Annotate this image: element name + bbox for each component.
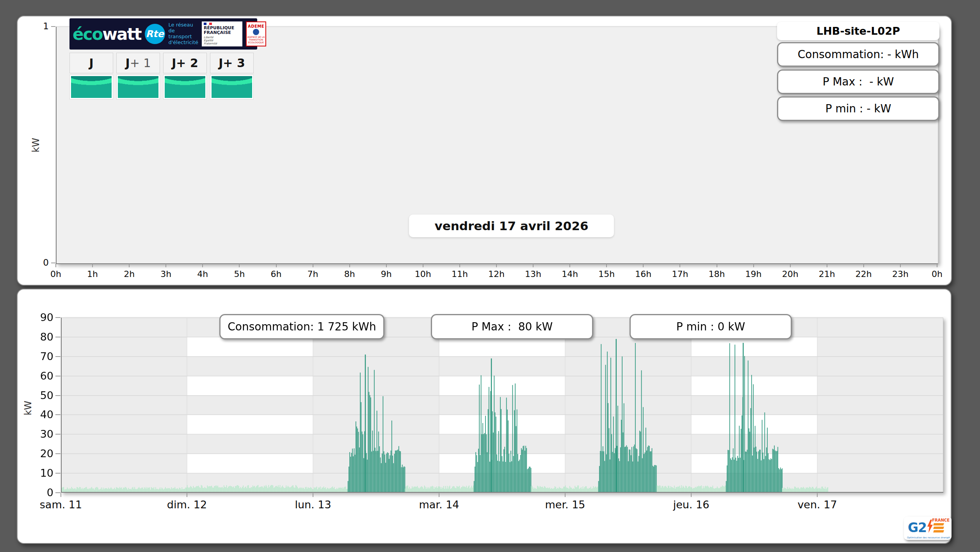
ecowatt-gauge-2 (163, 75, 207, 99)
bottom-x-tick-label: jeu. 16 (673, 499, 710, 511)
g2e-g2-label: G2 (908, 521, 927, 534)
top-x-tick (386, 264, 387, 267)
ecowatt-gauge-3 (210, 75, 254, 99)
bottom-y-tick-label: 30 (25, 428, 53, 440)
top-y-tick (51, 26, 55, 27)
bottom-y-tick (55, 453, 60, 454)
bottom-y-tick-label: 80 (25, 331, 53, 343)
top-x-tick-label: 21h (819, 269, 835, 279)
top-x-tick (717, 264, 717, 267)
selected-date-label: vendredi 17 avril 2026 (409, 215, 614, 237)
republique-francaise-label: RÉPUBLIQUEFRANÇAISE (204, 26, 240, 35)
republique-francaise-logo: RÉPUBLIQUEFRANÇAISE LibertéÉgalitéFrater… (202, 21, 242, 46)
top-y-tick-label: 1 (25, 21, 49, 31)
lightning-bolt-icon (927, 520, 933, 533)
week-stat-box-2: P min : 0 kW (630, 314, 792, 339)
top-x-tick (606, 264, 607, 267)
top-x-tick (863, 264, 864, 267)
rte-tagline: Le réseaude transportd'électricité (169, 22, 199, 46)
day-button-label: J (89, 56, 93, 70)
top-x-tick-label: 23h (892, 269, 909, 279)
bottom-y-tick-label: 70 (25, 350, 53, 362)
top-y-tick (51, 263, 55, 263)
day-button-J+1[interactable]: J + 1 (116, 53, 160, 73)
top-x-tick-label: 15h (598, 269, 615, 279)
week-chart-plot-area (61, 318, 943, 493)
bottom-y-tick-label: 60 (25, 370, 53, 382)
top-x-tick (202, 264, 203, 267)
ecowatt-wordmark: écowatt (73, 25, 141, 44)
day-button-suffix: + 1 (130, 56, 151, 70)
ademe-logo: ADEME AGENCE DE LATRANSITIONÉCOLOGIQUE (246, 21, 266, 46)
ecowatt-gauge-0 (69, 75, 113, 99)
top-x-tick (643, 264, 644, 267)
ademe-subtitle: AGENCE DE LATRANSITIONÉCOLOGIQUE (247, 35, 265, 44)
top-x-tick-label: 16h (635, 269, 651, 279)
week-consumption-chart[interactable] (61, 318, 943, 493)
top-y-axis-title: kW (30, 138, 41, 153)
bottom-x-tick (565, 493, 566, 497)
top-x-tick (313, 264, 313, 267)
top-x-tick (937, 264, 937, 267)
top-x-tick-label: 4h (197, 269, 208, 279)
top-x-tick (827, 264, 827, 267)
day-button-J[interactable]: J (69, 53, 113, 73)
day-button-J+2[interactable]: J + 2 (163, 53, 207, 73)
ecowatt-gauge-1 (116, 75, 160, 99)
bottom-y-tick-label: 20 (25, 447, 53, 460)
top-y-tick-label: 0 (25, 257, 49, 268)
day-button-suffix: + 2 (176, 56, 198, 70)
energy-dashboard: { "page": {"background": "#5a5a5a"}, "he… (0, 0, 980, 552)
bottom-x-tick-label: mer. 15 (545, 499, 585, 511)
bottom-x-tick-label: mar. 14 (419, 499, 459, 511)
day-button-label: J (219, 56, 223, 70)
day-button-label: J (172, 56, 176, 70)
bottom-y-tick (55, 376, 60, 376)
day-button-suffix: + 3 (223, 56, 245, 70)
site-name: LHB-site-L02P (777, 22, 939, 40)
top-x-tick-label: 19h (745, 269, 762, 279)
bottom-x-tick (817, 493, 818, 497)
top-x-tick-label: 0h (932, 269, 943, 279)
top-x-tick-label: 17h (672, 269, 688, 279)
ecowatt-gauge-image (118, 76, 158, 98)
top-x-tick (900, 264, 901, 267)
top-x-tick-label: 6h (271, 269, 282, 279)
top-x-tick (569, 264, 570, 267)
top-x-tick-label: 0h (50, 269, 61, 279)
bottom-x-tick (187, 493, 187, 497)
bottom-y-tick-label: 0 (25, 486, 53, 499)
bottom-x-tick (439, 493, 439, 497)
top-x-tick-label: 11h (452, 269, 468, 279)
top-x-tick-label: 10h (415, 269, 431, 279)
bottom-x-tick-label: lun. 13 (295, 499, 331, 511)
bottom-x-tick (691, 493, 692, 497)
ademe-label: ADEME (248, 24, 264, 28)
bottom-y-tick (55, 337, 60, 337)
top-x-tick (496, 264, 497, 267)
week-stat-box-0: Consommation: 1 725 kWh (219, 314, 384, 339)
ecowatt-gauge-image (165, 76, 205, 98)
bottom-y-tick (55, 317, 60, 318)
top-x-tick-label: 12h (488, 269, 505, 279)
bottom-y-tick (55, 492, 60, 493)
top-x-tick-label: 9h (381, 269, 392, 279)
week-history-panel: Consommation: 1 725 kWhP Max : 80 kWP mi… (17, 289, 952, 544)
top-x-tick (349, 264, 350, 267)
site-stat-box-0: Consommation: - kWh (777, 42, 939, 67)
top-x-tick (790, 264, 791, 267)
top-x-tick-label: 8h (344, 269, 355, 279)
ademe-globe-icon (253, 29, 259, 35)
bottom-y-tick-label: 50 (25, 389, 53, 401)
g2e-wordmark: G2 (908, 521, 944, 534)
g2e-tagline: Optimisation des ressources énergétiques (907, 536, 950, 539)
top-x-tick-label: 7h (308, 269, 318, 279)
top-x-tick-label: 2h (124, 269, 135, 279)
top-x-tick (276, 264, 277, 267)
top-x-tick (239, 264, 240, 267)
bottom-y-tick-label: 90 (25, 311, 53, 323)
day-button-J+3[interactable]: J + 3 (210, 53, 254, 73)
g2e-logo: FRANCE G2 Optimisation des ressources én… (904, 517, 952, 540)
bottom-y-tick (55, 473, 60, 474)
top-x-tick (533, 264, 534, 267)
